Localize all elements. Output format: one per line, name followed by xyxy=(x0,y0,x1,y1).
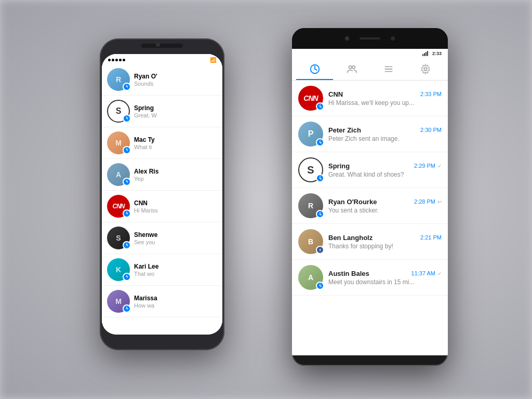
iphone-conv-info-marissa: Marissa How wa xyxy=(134,295,217,309)
tab-groups[interactable] xyxy=(333,58,370,80)
messenger-badge-mac: ϟ xyxy=(123,146,131,154)
messenger-badge-marissa: ϟ xyxy=(123,304,131,313)
iphone-conv-info-spring: Spring Great. W xyxy=(134,104,217,118)
conv-ryan-orourke[interactable]: R ϟ Ryan O'Rourke 2:28 PM ↩ xyxy=(292,188,448,224)
iphone-conversation-list: 📶 R ϟ Ryan O' Sounds xyxy=(102,54,222,335)
messenger-badge-spring: ϟ xyxy=(316,174,324,182)
conv-actions-spring: 2:29 PM ✓ xyxy=(412,163,442,169)
iphone-status-bar: 📶 xyxy=(102,54,222,64)
tab-recent[interactable] xyxy=(296,58,333,80)
messenger-badge-austin: ϟ xyxy=(316,282,324,290)
iphone-conv-name-marissa: Marissa xyxy=(134,295,217,302)
fb-badge-ben: f xyxy=(316,246,324,254)
conv-name-peter: Peter Zich xyxy=(328,126,361,134)
iphone-conv-spring[interactable]: S ϟ Spring Great. W xyxy=(102,96,222,127)
groups-icon xyxy=(346,63,357,75)
iphone-screen: 📶 R ϟ Ryan O' Sounds xyxy=(102,54,222,335)
messenger-badge-cnn: ϟ xyxy=(316,102,324,111)
avatar-wrap-peter: P ϟ xyxy=(298,122,323,147)
iphone-conv-name-ryan: Ryan O' xyxy=(134,73,217,80)
android-tab-bar xyxy=(292,58,448,81)
svg-point-2 xyxy=(352,66,355,69)
conv-header-peter: Peter Zich 2:30 PM xyxy=(328,126,442,134)
conv-preview-ryan2: You sent a sticker. xyxy=(328,207,442,214)
scene: 📶 R ϟ Ryan O' Sounds xyxy=(84,23,448,376)
signal-bar-4 xyxy=(427,51,428,56)
android-camera xyxy=(345,36,349,41)
messenger-badge-alex: ϟ xyxy=(123,178,131,186)
check-icon-austin: ✓ xyxy=(437,271,442,276)
reply-icon-ryan2: ↩ xyxy=(437,199,442,205)
iphone-conv-info-alex: Alex Ris Yep xyxy=(134,168,217,182)
iphone-conv-info-cnn: CNN Hi Mariss xyxy=(134,200,217,214)
iphone-conv-preview-marissa: How wa xyxy=(134,302,217,309)
iphone-conv-name-spring: Spring xyxy=(134,104,217,112)
iphone-notch xyxy=(141,44,183,48)
conv-header-spring: Spring 2:29 PM ✓ xyxy=(328,162,442,170)
list-icon xyxy=(383,63,394,75)
conv-name-cnn: CNN xyxy=(328,90,343,98)
conv-info-peter: Peter Zich 2:30 PM Peter Zich sent an im… xyxy=(328,126,442,142)
conv-header-ben: Ben Langholz 2:21 PM xyxy=(328,234,442,242)
iphone-conv-info-kari: Kari Lee That wo xyxy=(134,263,217,277)
iphone-conv-name-kari: Kari Lee xyxy=(134,263,217,270)
conv-time-peter: 2:30 PM xyxy=(420,127,442,133)
conv-time-ben: 2:21 PM xyxy=(420,234,442,241)
iphone-conv-alex[interactable]: A ϟ Alex Ris Yep xyxy=(102,159,222,191)
tab-list[interactable] xyxy=(370,58,407,80)
avatar-wrap-austin: A ϟ xyxy=(298,265,323,290)
android-device: 2:33 xyxy=(292,28,448,366)
conv-header-ryan2: Ryan O'Rourke 2:28 PM ↩ xyxy=(328,198,442,206)
iphone-conv-preview-kari: That wo xyxy=(134,271,217,277)
iphone-conv-preview-cnn: Hi Mariss xyxy=(134,207,217,214)
signal-bar-1 xyxy=(422,54,423,56)
conv-cnn[interactable]: CNN ϟ CNN 2:33 PM Hi Marissa, we'll keep… xyxy=(292,81,448,116)
avatar-wrap-spring: S ϟ xyxy=(298,157,323,182)
conv-spring[interactable]: S ϟ Spring 2:29 PM ✓ Gre xyxy=(292,152,448,188)
iphone-conv-kari[interactable]: K ϟ Kari Lee That wo xyxy=(102,254,222,286)
android-conversation-list: CNN ϟ CNN 2:33 PM Hi Marissa, we'll keep… xyxy=(292,81,448,355)
messenger-badge-peter: ϟ xyxy=(316,138,324,147)
conv-preview-peter: Peter Zich sent an image. xyxy=(328,135,442,142)
signal-bar-3 xyxy=(425,52,427,56)
iphone-conv-name-alex: Alex Ris xyxy=(134,168,217,175)
conv-austin[interactable]: A ϟ Austin Bales 11:37 AM ✓ xyxy=(292,260,448,296)
conv-time-ryan2: 2:28 PM xyxy=(414,198,435,205)
iphone-conv-ryan[interactable]: R ϟ Ryan O' Sounds xyxy=(102,64,222,96)
conv-time-austin: 11:37 AM xyxy=(411,270,435,276)
conv-info-spring: Spring 2:29 PM ✓ Great. What kind of sho… xyxy=(328,162,442,178)
svg-point-6 xyxy=(424,68,427,71)
conv-name-ben: Ben Langholz xyxy=(328,234,373,242)
iphone-conv-mac[interactable]: M ϟ Mac Ty What ti xyxy=(102,127,222,159)
iphone-conv-preview-spring: Great. W xyxy=(134,112,217,118)
iphone-conv-preview-mac: What ti xyxy=(134,144,217,150)
conv-preview-spring: Great. What kind of shoes? xyxy=(328,171,442,178)
iphone-camera xyxy=(156,43,160,47)
avatar-wrap-cnn: CNN ϟ xyxy=(298,86,323,111)
android-sensor xyxy=(391,36,395,41)
signal-bars xyxy=(422,51,428,56)
conv-time-spring: 2:29 PM xyxy=(414,163,435,169)
messenger-badge-ryan2: ϟ xyxy=(316,210,324,218)
iphone-conv-name-shen: Shenwe xyxy=(134,231,217,238)
iphone-conv-info-ryan: Ryan O' Sounds xyxy=(134,73,217,87)
check-icon-spring: ✓ xyxy=(437,163,442,169)
svg-point-1 xyxy=(349,66,352,69)
settings-icon xyxy=(420,63,431,75)
iphone-conv-name-mac: Mac Ty xyxy=(134,136,217,143)
iphone-conv-cnn[interactable]: CNN ϟ CNN Hi Mariss xyxy=(102,191,222,222)
conv-actions-ryan2: 2:28 PM ↩ xyxy=(412,198,442,205)
conv-actions-austin: 11:37 AM ✓ xyxy=(409,270,442,276)
iphone-conv-shen[interactable]: S ϟ Shenwe See you xyxy=(102,222,222,254)
conv-name-ryan2: Ryan O'Rourke xyxy=(328,198,377,206)
conv-ben[interactable]: B f Ben Langholz 2:21 PM Thanks for stop… xyxy=(292,224,448,260)
messenger-badge-shen: ϟ xyxy=(123,241,131,249)
conv-header-austin: Austin Bales 11:37 AM ✓ xyxy=(328,270,442,277)
messenger-badge-kari: ϟ xyxy=(123,273,131,281)
conv-peter[interactable]: P ϟ Peter Zich 2:30 PM Peter Zich sent a… xyxy=(292,116,448,152)
iphone-signal-dots xyxy=(108,59,125,61)
tab-settings[interactable] xyxy=(407,58,444,80)
signal-bar-2 xyxy=(424,53,425,56)
clock-icon xyxy=(309,63,321,75)
iphone-conv-marissa[interactable]: M ϟ Marissa How wa xyxy=(102,286,222,317)
